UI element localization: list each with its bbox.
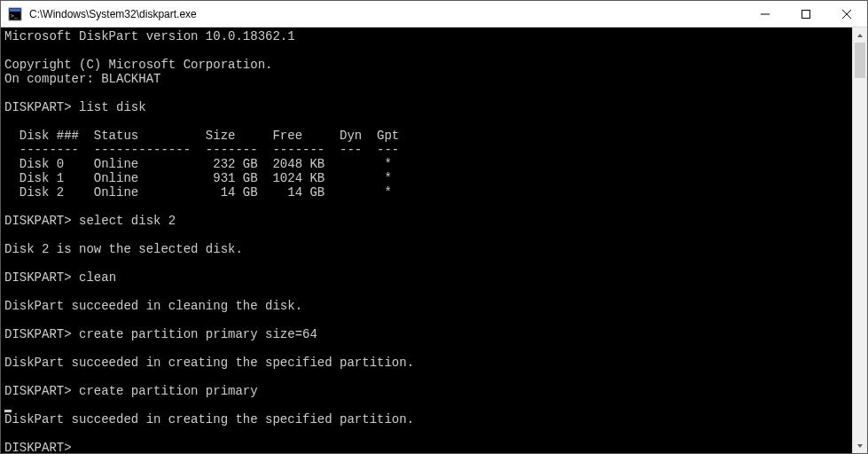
cmd-select-disk: select disk 2 [79, 214, 176, 228]
prompt: DISKPART> [4, 270, 72, 285]
svg-text:>_: >_ [11, 12, 18, 20]
disk-table-row: Disk 1 Online 931 GB 1024 KB * [4, 171, 392, 185]
svg-rect-1 [10, 9, 20, 12]
msg-create-2: DiskPart succeeded in creating the speci… [4, 412, 414, 427]
svg-marker-7 [857, 34, 863, 37]
prompt: DISKPART> [4, 100, 72, 114]
msg-selected: Disk 2 is now the selected disk. [4, 242, 243, 256]
cmd-create-partition-1: create partition primary size=64 [79, 327, 317, 341]
prompt: DISKPART> [4, 214, 72, 228]
copyright-line: Copyright (C) Microsoft Corporation. [4, 58, 272, 72]
disk-table-row: Disk 0 Online 232 GB 2048 KB * [4, 157, 392, 171]
computer-line: On computer: BLACKHAT [4, 72, 160, 86]
svg-rect-4 [802, 10, 810, 18]
vertical-scrollbar[interactable] [852, 27, 867, 453]
msg-create-1: DiskPart succeeded in creating the speci… [4, 356, 414, 370]
terminal-output[interactable]: Microsoft DiskPart version 10.0.18362.1 … [1, 27, 852, 453]
cmd-create-partition-2: create partition primary [79, 384, 258, 398]
scrollbar-thumb[interactable] [855, 43, 865, 78]
version-line: Microsoft DiskPart version 10.0.18362.1 [4, 29, 295, 43]
window-controls [745, 1, 867, 27]
maximize-button[interactable] [786, 1, 826, 27]
prompt: DISKPART> [4, 384, 72, 398]
disk-table-header: Disk ### Status Size Free Dyn Gpt [4, 129, 399, 143]
titlebar[interactable]: >_ C:\Windows\System32\diskpart.exe [1, 1, 867, 27]
minimize-button[interactable] [745, 1, 786, 27]
disk-table-separator: -------- ------------- ------- ------- -… [4, 143, 399, 157]
window-title: C:\Windows\System32\diskpart.exe [27, 8, 745, 20]
scrollbar-track[interactable] [853, 43, 867, 438]
scroll-up-arrow-icon[interactable] [853, 27, 867, 43]
cmd-clean: clean [79, 270, 116, 285]
close-button[interactable] [826, 1, 867, 27]
svg-marker-8 [857, 444, 863, 448]
app-icon: >_ [8, 7, 22, 21]
terminal-area: Microsoft DiskPart version 10.0.18362.1 … [1, 27, 867, 453]
scroll-down-arrow-icon[interactable] [853, 438, 867, 453]
cmd-list-disk: list disk [79, 100, 146, 114]
prompt: DISKPART> [4, 327, 72, 341]
msg-clean: DiskPart succeeded in cleaning the disk. [4, 299, 302, 313]
prompt: DISKPART> [4, 441, 72, 453]
disk-table-row: Disk 2 Online 14 GB 14 GB * [4, 185, 392, 200]
